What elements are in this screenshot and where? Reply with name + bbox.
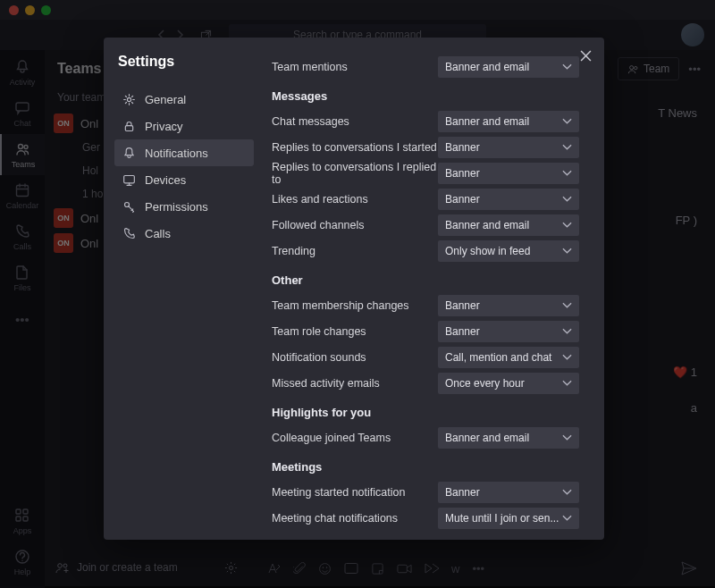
dropdown-value: Banner [445,141,480,154]
settings-nav-label: Notifications [145,147,208,160]
option-row: Team membership changesBanner [272,292,579,318]
chevron-down-icon [562,302,572,308]
option-dropdown[interactable]: Banner [438,321,579,342]
settings-nav: Settings GeneralPrivacyNotificationsDevi… [104,38,261,540]
option-label: Notification sounds [272,351,438,364]
option-row: Notification soundsCall, mention and cha… [272,344,579,370]
option-dropdown[interactable]: Banner [438,482,579,503]
option-label: Trending [272,245,438,257]
settings-nav-calls[interactable]: Calls [114,220,254,247]
dropdown-value: Mute until I join or sen... [445,512,559,525]
option-label: Meeting chat notifications [272,512,438,525]
chevron-down-icon [562,118,572,124]
settings-nav-label: Calls [145,227,171,240]
option-row: Replies to conversations I startedBanner [272,134,579,160]
key-icon [122,199,136,214]
option-row: Team role changesBanner [272,318,579,344]
settings-modal: Settings GeneralPrivacyNotificationsDevi… [104,38,604,540]
chevron-down-icon [562,328,572,334]
option-dropdown[interactable]: Once every hour [438,373,579,394]
option-dropdown[interactable]: Banner and email [438,427,579,449]
option-dropdown[interactable]: Banner [438,137,579,158]
option-label: Team membership changes [272,299,438,312]
chevron-down-icon [562,380,572,386]
option-dropdown[interactable]: Call, mention and chat [438,347,579,368]
option-row: Meeting chat notificationsMute until I j… [272,505,579,531]
svg-rect-22 [125,125,132,130]
dropdown-value: Only show in feed [445,245,530,257]
phone-icon [122,226,136,240]
option-label: Replies to conversations I started [272,141,438,154]
dropdown-value: Banner [445,299,480,312]
option-row: Replies to conversations I replied toBan… [272,160,579,186]
settings-nav-general[interactable]: General [114,86,254,113]
option-label: Followed channels [272,219,438,231]
option-label: Meeting started notification [272,486,438,499]
option-dropdown[interactable]: Banner and email [438,111,579,132]
lock-icon [122,119,136,133]
option-row: Chat messagesBanner and email [272,108,579,134]
dropdown-value: Banner and email [445,219,529,231]
dropdown-value: Banner [445,167,480,180]
chevron-down-icon [562,170,572,176]
option-label: Team mentions [272,61,438,73]
settings-content: Team mentionsBanner and emailMessagesCha… [261,38,604,540]
chevron-down-icon [562,515,572,521]
section-header: Highlights for you [272,401,579,423]
option-label: Likes and reactions [272,193,438,206]
option-row: Missed activity emailsOnce every hour [272,370,579,396]
svg-point-21 [127,97,130,101]
chevron-down-icon [562,196,572,202]
section-header: Messages [272,85,579,106]
option-label: Colleague joined Teams [272,432,438,444]
gear-icon [122,92,136,106]
option-row: Colleague joined TeamsBanner and email [272,424,579,450]
settings-nav-label: Privacy [145,120,183,133]
dropdown-value: Banner and email [445,61,529,73]
chevron-down-icon [562,354,572,360]
dropdown-value: Banner and email [445,432,529,444]
section-header: Meetings [272,456,579,477]
dropdown-value: Banner [445,193,480,206]
option-dropdown[interactable]: Only show in feed [438,240,579,262]
dropdown-value: Banner [445,325,480,338]
svg-rect-23 [123,175,134,182]
chevron-down-icon [562,248,572,254]
option-dropdown[interactable]: Banner and email [438,214,579,236]
option-label: Replies to conversations I replied to [272,161,438,186]
option-row: Followed channelsBanner and email [272,212,579,238]
close-icon[interactable] [580,50,592,62]
option-dropdown[interactable]: Banner [438,295,579,316]
dropdown-value: Banner and email [445,115,529,128]
settings-nav-notifications[interactable]: Notifications [114,139,254,166]
chevron-down-icon [562,489,572,495]
option-row: Meeting started notificationBanner [272,479,579,505]
option-dropdown[interactable]: Mute until I join or sen... [438,508,579,529]
option-row: TrendingOnly show in feed [272,238,579,264]
chevron-down-icon [562,222,572,228]
dropdown-value: Banner [445,486,480,499]
settings-nav-label: General [145,93,186,106]
settings-title: Settings [114,54,254,70]
settings-nav-privacy[interactable]: Privacy [114,113,254,139]
settings-nav-permissions[interactable]: Permissions [114,193,254,220]
option-label: Chat messages [272,115,438,128]
settings-nav-label: Permissions [145,200,208,214]
device-icon [122,172,136,187]
chevron-down-icon [562,63,572,70]
dropdown-value: Once every hour [445,377,525,390]
option-label: Missed activity emails [272,377,438,390]
option-label: Team role changes [272,325,438,338]
option-dropdown[interactable]: Banner and email [438,56,579,78]
section-header: Other [272,269,579,290]
dropdown-value: Call, mention and chat [445,351,551,364]
chevron-down-icon [562,144,572,150]
option-dropdown[interactable]: Banner [438,163,579,184]
chevron-down-icon [562,434,572,441]
settings-nav-devices[interactable]: Devices [114,166,254,193]
bell-icon [122,146,136,160]
option-dropdown[interactable]: Banner [438,189,579,210]
settings-nav-label: Devices [145,173,186,187]
option-row: Likes and reactionsBanner [272,186,579,212]
option-row: Team mentionsBanner and email [272,54,579,80]
